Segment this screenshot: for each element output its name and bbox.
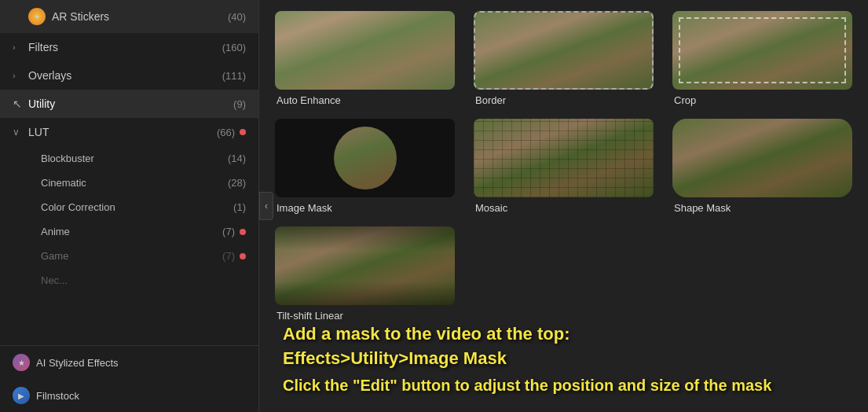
effects-panel: Auto Enhance Border Crop Image Mask Mosa… xyxy=(259,0,868,412)
ar-stickers-icon: ✦ xyxy=(28,8,46,25)
arrow-icon: › xyxy=(13,71,24,80)
filmstock-label: Filmstock xyxy=(36,390,79,402)
sidebar-sub-label: Game xyxy=(41,250,222,262)
sidebar-label: Utility xyxy=(28,97,233,110)
sidebar-label: LUT xyxy=(28,126,217,138)
sidebar-item-color-correction[interactable]: Color Correction (1) xyxy=(0,195,258,219)
new-dot xyxy=(240,129,246,135)
effect-label-shape-mask: Shape Mask xyxy=(672,202,731,214)
arrow-icon: ↖ xyxy=(13,97,24,110)
effect-border[interactable]: Border xyxy=(474,11,654,106)
sidebar-sub-count: (28) xyxy=(228,177,246,189)
effect-label-border: Border xyxy=(474,94,506,106)
effect-thumb-image-mask xyxy=(275,119,455,197)
mosaic-grid-overlay xyxy=(474,119,654,197)
effect-thumb-crop xyxy=(672,11,852,90)
new-dot xyxy=(240,253,246,259)
effect-thumb-border xyxy=(474,11,654,90)
effect-thumb-tiltshift xyxy=(275,226,455,305)
effect-thumb-shape-mask xyxy=(672,119,852,197)
sidebar-label: AR Stickers xyxy=(52,10,228,23)
sidebar-count: (9) xyxy=(233,98,246,110)
effects-grid: Auto Enhance Border Crop Image Mask Mosa… xyxy=(275,8,852,322)
sidebar-item-blockbuster[interactable]: Blockbuster (14) xyxy=(0,146,258,171)
effect-label-auto-enhance: Auto Enhance xyxy=(275,94,341,106)
sidebar-item-cinematic[interactable]: Cinematic (28) xyxy=(0,171,258,195)
sidebar-item-filters[interactable]: › Filters (160) xyxy=(0,33,258,61)
sidebar-sub-count: (1) xyxy=(233,201,246,213)
ai-stylized-icon: ★ xyxy=(13,354,30,371)
effect-thumb-mosaic xyxy=(474,119,654,197)
arrow-icon: › xyxy=(13,42,24,52)
sidebar-item-filmstock[interactable]: ▶ Filmstock xyxy=(0,379,258,412)
effect-label-mosaic: Mosaic xyxy=(474,202,507,214)
effect-mosaic[interactable]: Mosaic xyxy=(474,119,654,214)
new-dot xyxy=(240,229,246,235)
sidebar-count: (160) xyxy=(222,42,246,53)
effect-shape-mask[interactable]: Shape Mask xyxy=(672,119,852,214)
sidebar-sub-label: Nec... xyxy=(41,274,246,286)
sidebar-item-neon[interactable]: Nec... xyxy=(0,268,258,292)
ai-stylized-label: AI Stylized Effects xyxy=(36,357,119,369)
effect-image-mask[interactable]: Image Mask xyxy=(275,119,455,214)
sidebar-item-game[interactable]: Game (7) xyxy=(0,244,258,268)
sidebar-sub-label: Color Correction xyxy=(41,201,233,213)
sidebar: ✦ AR Stickers (40) › Filters (160) › Ove… xyxy=(0,0,259,412)
filmstock-icon: ▶ xyxy=(13,387,30,404)
sidebar-item-utility[interactable]: ↖ Utility (9) xyxy=(0,90,258,118)
sidebar-label: Overlays xyxy=(28,69,222,82)
sidebar-sub-count: (14) xyxy=(228,153,246,164)
sidebar-count: (111) xyxy=(222,70,246,82)
sidebar-sub-label: Anime xyxy=(41,226,222,237)
sidebar-count: (40) xyxy=(228,11,246,23)
sidebar-count: (66) xyxy=(217,127,235,138)
arrow-icon: ∨ xyxy=(13,127,24,138)
sidebar-bottom: ★ AI Stylized Effects ▶ Filmstock xyxy=(0,345,258,412)
effect-thumb-auto-enhance xyxy=(275,11,455,90)
sidebar-item-ar-stickers[interactable]: ✦ AR Stickers (40) xyxy=(0,0,258,33)
sidebar-item-overlays[interactable]: › Overlays (111) xyxy=(0,61,258,90)
effect-label-image-mask: Image Mask xyxy=(275,202,332,214)
effect-label-tiltshift-linear: Tilt-shift Linear xyxy=(275,310,343,322)
sidebar-sub-count: (7) xyxy=(222,250,235,262)
sidebar-collapse-button[interactable]: ‹ xyxy=(259,192,273,220)
sidebar-sub-label: Blockbuster xyxy=(41,153,228,164)
sidebar-item-lut[interactable]: ∨ LUT (66) xyxy=(0,118,258,146)
sidebar-sub-count: (7) xyxy=(222,226,235,237)
effect-tiltshift-linear[interactable]: Tilt-shift Linear xyxy=(275,226,455,322)
sidebar-item-ai-stylized[interactable]: ★ AI Stylized Effects xyxy=(0,346,258,379)
sidebar-item-anime[interactable]: Anime (7) xyxy=(0,219,258,244)
effect-crop[interactable]: Crop xyxy=(672,11,852,106)
collapse-icon: ‹ xyxy=(265,200,268,212)
sidebar-sub-label: Cinematic xyxy=(41,177,228,189)
effect-auto-enhance[interactable]: Auto Enhance xyxy=(275,11,455,106)
effect-label-crop: Crop xyxy=(672,94,696,106)
sidebar-label: Filters xyxy=(28,41,222,53)
